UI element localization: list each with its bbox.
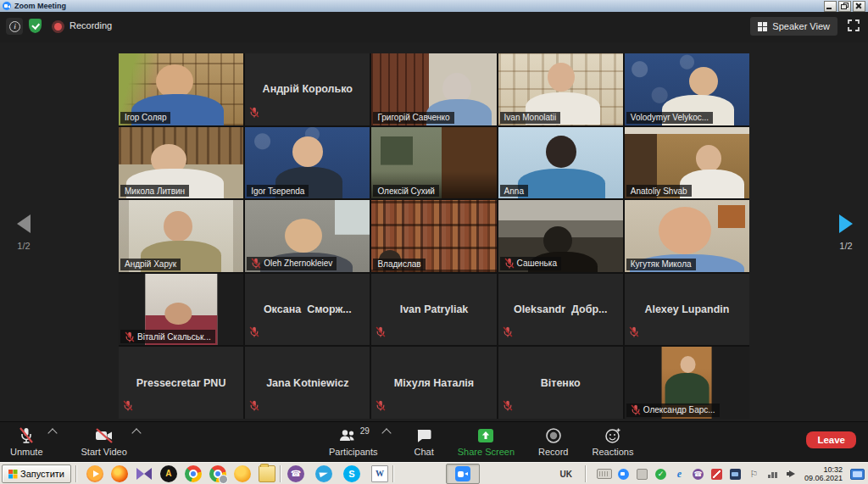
file-explorer-icon[interactable] xyxy=(259,465,275,482)
volume-tray-icon[interactable] xyxy=(786,469,797,480)
participant-tile[interactable]: Anna xyxy=(498,127,623,199)
participant-name-label: Кугутяк Микола xyxy=(626,259,696,270)
participant-tile[interactable]: Андрій Королько xyxy=(245,53,370,125)
participant-name: Oleh Zhernokleiev xyxy=(264,259,332,268)
minimize-button[interactable] xyxy=(824,1,837,12)
participant-name-centered: Андрій Королько xyxy=(245,53,370,125)
keyboard-icon[interactable] xyxy=(597,469,612,479)
window-titlebar[interactable]: Zoom Meeting xyxy=(0,0,868,13)
red-app-tray-icon[interactable] xyxy=(711,469,722,480)
participant-tile[interactable]: Ivan Patryliak xyxy=(371,274,496,346)
browser-orange-icon[interactable] xyxy=(234,465,251,482)
participant-tile[interactable]: Igor Tsependa xyxy=(245,127,370,199)
start-button[interactable]: Запустити xyxy=(2,465,71,483)
participant-name: Олександр Барс... xyxy=(643,405,715,414)
participant-tile[interactable]: Oleh Zhernokleiev xyxy=(245,200,370,272)
muted-mic-icon xyxy=(249,325,259,341)
chevron-up-icon[interactable] xyxy=(131,428,141,437)
zoom-tray-icon[interactable] xyxy=(618,469,629,480)
participant-name-label: Микола Литвин xyxy=(120,185,189,197)
start-video-label: Start Video xyxy=(81,447,127,457)
network-tray-icon[interactable] xyxy=(767,469,778,480)
video-off-icon xyxy=(94,426,114,445)
leave-button[interactable]: Leave xyxy=(806,431,856,448)
participant-name: Олексій Сухий xyxy=(377,186,435,196)
word-icon[interactable] xyxy=(371,465,388,482)
participant-tile[interactable]: Сашенька xyxy=(498,200,623,272)
next-page-button[interactable]: 1/2 xyxy=(826,214,866,251)
participant-tile[interactable]: Вітенко xyxy=(498,347,623,419)
participant-tile[interactable]: Григорій Савченко xyxy=(371,53,496,125)
viber-icon[interactable] xyxy=(287,465,304,482)
participant-tile[interactable]: Ivan Monolatii xyxy=(498,53,623,125)
muted-mic-icon xyxy=(376,399,386,414)
flag-tray-icon[interactable] xyxy=(748,469,760,480)
close-button[interactable] xyxy=(853,1,865,12)
participant-name: Сашенька xyxy=(517,259,557,268)
meeting-info-icon[interactable] xyxy=(6,18,23,35)
participant-tile[interactable]: Alexey Lupandin xyxy=(625,274,749,346)
photo-tray-icon[interactable] xyxy=(730,469,741,480)
language-indicator[interactable]: UK xyxy=(558,470,575,479)
participant-tile[interactable]: Міхуля Наталія xyxy=(371,347,496,419)
aimp-icon[interactable] xyxy=(160,465,177,482)
zoom-meeting-task-button[interactable] xyxy=(446,464,480,484)
telegram-icon[interactable] xyxy=(315,465,332,482)
participant-tile[interactable]: Оксана Сморж... xyxy=(245,274,370,346)
participant-tile[interactable]: Кугутяк Микола xyxy=(625,200,749,272)
recording-indicator-icon xyxy=(54,23,62,31)
clipboard-tray-icon[interactable] xyxy=(637,469,648,480)
participant-tile[interactable]: Ігор Соляр xyxy=(119,53,243,125)
participant-tile[interactable]: Андрій Харук xyxy=(119,200,243,272)
participants-button[interactable]: 29 Participants xyxy=(329,426,390,457)
participant-name: Кугутяк Микола xyxy=(631,259,692,269)
record-label: Record xyxy=(538,447,568,457)
windows-taskbar: Запустити UK 10:32 09.06.2021 xyxy=(0,462,868,484)
video-grid: Ігор Соляр Андрій Королько Григорій Савч… xyxy=(119,53,749,419)
muted-mic-icon xyxy=(251,258,261,269)
pinned-apps-bar xyxy=(287,465,388,482)
participant-tile[interactable]: Микола Литвин xyxy=(119,127,243,199)
participant-tile[interactable]: Владислав xyxy=(371,200,496,272)
skype-icon[interactable] xyxy=(343,465,360,482)
participant-name-label: Ігор Соляр xyxy=(120,112,170,124)
kmplayer-icon[interactable] xyxy=(136,465,153,482)
muted-mic-icon xyxy=(18,426,35,445)
record-button[interactable]: Record xyxy=(538,426,568,457)
reactions-smiley-icon xyxy=(604,426,622,445)
participant-tile[interactable]: Віталій Скальськ... xyxy=(119,274,243,346)
participant-tile[interactable]: Олексій Сухий xyxy=(371,127,496,199)
participant-tile[interactable]: Pressecretar PNU xyxy=(119,347,243,419)
participant-tile[interactable]: Anatoliy Shvab xyxy=(625,127,749,199)
restore-button[interactable] xyxy=(838,1,851,12)
taskbar-clock[interactable]: 10:32 09.06.2021 xyxy=(803,465,844,482)
firefox-icon[interactable] xyxy=(111,465,128,482)
previous-page-button[interactable]: 1/2 xyxy=(3,214,44,251)
share-screen-button[interactable]: Share Screen xyxy=(458,426,515,457)
participant-tile[interactable]: Oleksandr Добр... xyxy=(498,274,623,346)
encryption-shield-icon[interactable] xyxy=(29,19,42,33)
fullscreen-icon[interactable] xyxy=(848,19,860,31)
quick-launch-bar xyxy=(86,465,275,482)
chat-button[interactable]: Chat xyxy=(414,426,433,457)
chevron-up-icon[interactable] xyxy=(382,428,392,437)
chevron-up-icon[interactable] xyxy=(47,428,57,437)
participant-name-label: Сашенька xyxy=(500,257,561,270)
ie-tray-icon[interactable] xyxy=(674,469,685,480)
show-desktop-icon[interactable] xyxy=(850,469,865,480)
start-video-button[interactable]: Start Video xyxy=(81,426,140,457)
media-player-icon[interactable] xyxy=(86,465,103,482)
participant-tile[interactable]: Олександр Барс... xyxy=(625,347,749,419)
participant-name-label: Volodymyr Velykoc... xyxy=(626,112,713,124)
reactions-button[interactable]: Reactions xyxy=(592,426,633,457)
participant-tile[interactable]: Volodymyr Velykoc... xyxy=(625,53,749,125)
speaker-view-button[interactable]: Speaker View xyxy=(750,17,837,36)
shield-check-tray-icon[interactable] xyxy=(655,469,666,480)
unmute-button[interactable]: Unmute xyxy=(10,426,56,457)
page-indicator: 1/2 xyxy=(3,241,44,251)
chrome-profile-icon[interactable] xyxy=(209,465,226,482)
participant-tile[interactable]: Jana Kotniewicz xyxy=(245,347,370,419)
windows-logo-icon xyxy=(8,470,17,478)
viber-tray-icon[interactable] xyxy=(693,469,704,480)
chrome-icon[interactable] xyxy=(185,465,202,482)
